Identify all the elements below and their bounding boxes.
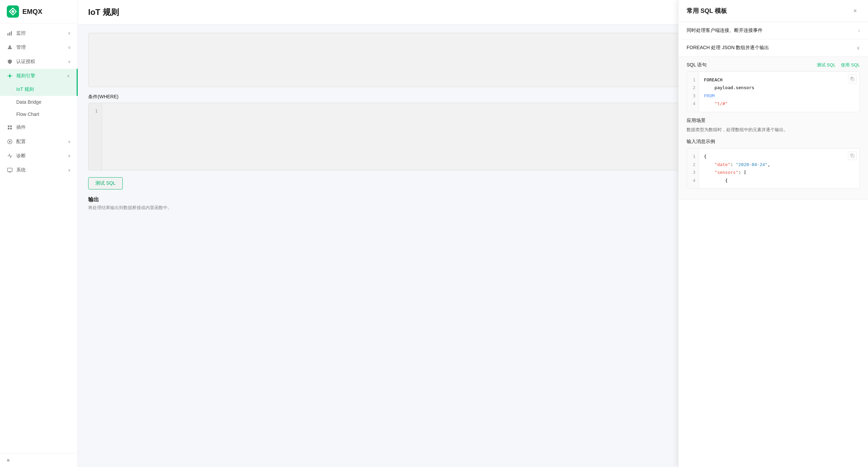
system-icon (7, 167, 13, 173)
chevron-down-icon: ∨ (68, 31, 71, 36)
app-scene-label: 应用场景 (687, 118, 860, 124)
sidebar-nav: 监控 ∨ 管理 ∨ 认证授权 ∨ 规则引擎 ∧ (0, 23, 78, 453)
line-nums: 1 2 3 4 (687, 72, 699, 112)
copy-input-button[interactable] (848, 151, 857, 160)
template-item-concurrent-label: 同时处理客户端连接、断开连接事件 (687, 27, 763, 34)
chevron-down-icon: ∨ (856, 45, 860, 50)
input-msg-label: 输入消息示例 (687, 139, 860, 145)
test-sql-link[interactable]: 测试 SQL (817, 62, 836, 68)
input-code-block-inner: 1 2 3 4 { "date": "2020-04-24", "sensors… (687, 148, 860, 188)
sql-actions: 测试 SQL 使用 SQL (817, 62, 860, 68)
chevron-down-icon: ∨ (68, 59, 71, 64)
sql-code-block: 1 2 3 4 FOREACH payload.sensors FROM "t/… (687, 72, 860, 112)
sidebar-item-diagnose[interactable]: 诊断 ∨ (0, 149, 78, 163)
sidebar-item-auth[interactable]: 认证授权 ∨ (0, 55, 78, 69)
sidebar-item-flow-chart-label: Flow Chart (16, 111, 39, 117)
code-line-4: "t/#" (704, 100, 855, 107)
code-lines: FOREACH payload.sensors FROM "t/#" (699, 72, 860, 112)
panel-header: 常用 SQL 模板 × (678, 0, 868, 22)
chevron-down-icon: ∨ (68, 45, 71, 50)
emqx-logo-icon (7, 5, 19, 18)
svg-rect-14 (851, 154, 853, 156)
svg-rect-1 (7, 33, 8, 36)
sidebar-item-plugins[interactable]: 插件 (0, 120, 78, 135)
sidebar-item-auth-label: 认证授权 (16, 59, 35, 65)
code-block-inner: 1 2 3 4 FOREACH payload.sensors FROM "t/… (687, 72, 860, 112)
sidebar-item-monitor-label: 监控 (16, 30, 26, 36)
template-item-concurrent-header[interactable]: 同时处理客户端连接、断开连接事件 › (678, 22, 868, 39)
template-item-foreach-header[interactable]: FOREACH 处理 JSON 数组并逐个输出 ∨ (678, 39, 868, 56)
input-code-lines: { "date": "2020-04-24", "sensors": [ { (699, 148, 860, 188)
copy-button[interactable] (848, 75, 857, 83)
sidebar-item-iot-rules-label: IoT 规则 (16, 86, 34, 92)
svg-rect-11 (7, 168, 12, 171)
plugin-icon (7, 124, 13, 130)
line-numbers: 1 (88, 103, 102, 170)
sidebar-item-manage-label: 管理 (16, 44, 26, 50)
sidebar-item-data-bridge-label: Data Bridge (16, 99, 41, 105)
app-scene-desc: 数据类型为数组时，处理数组中的元素并逐个输出。 (687, 126, 860, 134)
svg-rect-6 (8, 125, 9, 127)
input-code-line-2: "date": "2020-04-24", (704, 161, 855, 168)
panel-title: 常用 SQL 模板 (687, 7, 727, 15)
template-expanded-area: SQL 语句 测试 SQL 使用 SQL 1 2 3 4 (678, 56, 868, 200)
chart-icon (7, 30, 13, 36)
diagnose-icon (7, 153, 13, 159)
sidebar-item-monitor[interactable]: 监控 ∨ (0, 26, 78, 40)
logo-text: EMQX (22, 8, 42, 16)
code-line-2: payload.sensors (704, 84, 855, 92)
chevron-down-icon: ∨ (68, 168, 71, 172)
chevron-down-icon: ∨ (68, 139, 71, 144)
sidebar-item-data-bridge[interactable]: Data Bridge (0, 96, 78, 108)
template-item-concurrent: 同时处理客户端连接、断开连接事件 › (678, 22, 868, 39)
svg-point-10 (9, 141, 11, 143)
sidebar-item-config[interactable]: 配置 ∨ (0, 135, 78, 149)
sidebar-item-rules[interactable]: 规则引擎 ∧ (0, 69, 78, 83)
sql-section-header: SQL 语句 测试 SQL 使用 SQL (687, 62, 860, 68)
panel-body: 同时处理客户端连接、断开连接事件 › FOREACH 处理 JSON 数组并逐个… (678, 22, 868, 467)
auth-icon (7, 59, 13, 65)
chevron-down-icon: ∨ (68, 154, 71, 158)
template-item-foreach: FOREACH 处理 JSON 数组并逐个输出 ∨ SQL 语句 测试 SQL … (678, 39, 868, 200)
collapse-button[interactable]: ≡ (0, 453, 78, 467)
logo-area: EMQX (0, 0, 78, 23)
sidebar-item-system[interactable]: 系统 ∨ (0, 163, 78, 177)
test-sql-button[interactable]: 测试 SQL (88, 177, 123, 189)
chevron-right-icon: › (858, 28, 860, 33)
input-code-line-3: "sensors": [ (704, 168, 855, 176)
svg-rect-8 (8, 128, 9, 129)
rules-icon (7, 73, 13, 79)
sidebar-item-diagnose-label: 诊断 (16, 153, 26, 159)
input-code-line-1: { (704, 153, 855, 160)
template-item-foreach-label: FOREACH 处理 JSON 数组并逐个输出 (687, 45, 769, 51)
sidebar-item-manage[interactable]: 管理 ∨ (0, 40, 78, 55)
sidebar-item-flow-chart[interactable]: Flow Chart (0, 108, 78, 120)
svg-rect-9 (10, 128, 12, 129)
chevron-up-icon: ∧ (67, 74, 70, 78)
sidebar-item-iot-rules[interactable]: IoT 规则 (0, 83, 78, 96)
sidebar-item-rules-label: 规则引擎 (16, 73, 35, 79)
code-line-1: FOREACH (704, 76, 855, 84)
sidebar: EMQX 监控 ∨ 管理 ∨ 认证授权 ∨ (0, 0, 78, 467)
sql-section-label-text: SQL 语句 (687, 62, 707, 68)
right-panel: 常用 SQL 模板 × 同时处理客户端连接、断开连接事件 › FOREACH 处… (678, 0, 868, 467)
svg-rect-3 (11, 31, 12, 36)
config-icon (7, 139, 13, 145)
input-line-nums: 1 2 3 4 (687, 148, 699, 188)
close-button[interactable]: × (850, 6, 860, 16)
code-line-3: FROM (704, 92, 855, 100)
use-sql-link[interactable]: 使用 SQL (841, 62, 860, 68)
sidebar-item-plugins-label: 插件 (16, 124, 26, 130)
svg-rect-2 (9, 32, 10, 36)
svg-point-5 (9, 75, 11, 77)
svg-rect-7 (10, 125, 12, 127)
manage-icon (7, 44, 13, 50)
input-code-block: 1 2 3 4 { "date": "2020-04-24", "sensors… (687, 148, 860, 189)
sidebar-item-system-label: 系统 (16, 167, 26, 173)
sidebar-item-config-label: 配置 (16, 139, 26, 145)
input-code-line-4: { (704, 177, 855, 184)
